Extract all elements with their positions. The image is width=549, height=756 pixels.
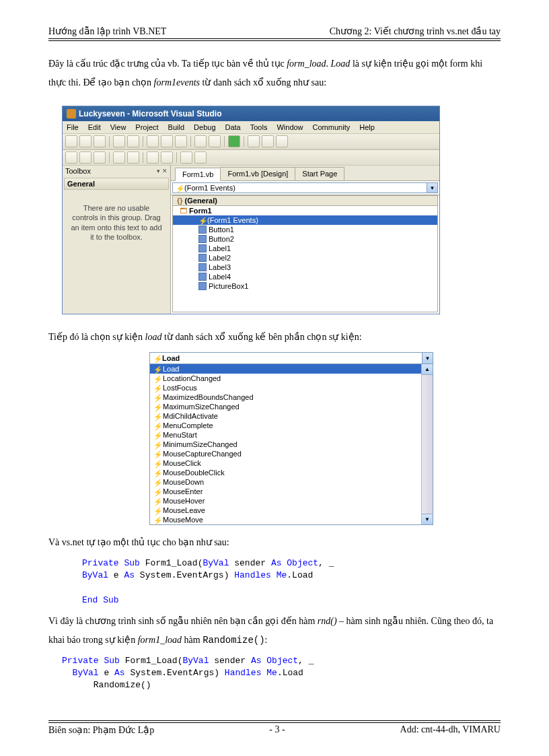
bolt-icon: ⚡ (153, 516, 160, 523)
tb-undo-icon[interactable] (194, 135, 207, 147)
event-item-load[interactable]: ⚡Load (150, 364, 421, 374)
code-block-2: Private Sub Form1_Load(ByVal sender As O… (62, 655, 501, 692)
event-combo[interactable]: ⚡ Load ▼ (150, 353, 433, 364)
tb-saveall-icon[interactable] (127, 135, 139, 147)
event-item[interactable]: ⚡MouseDoubleClick (150, 468, 421, 477)
tb-cut-icon[interactable] (147, 135, 159, 147)
toolbox-general-header[interactable]: General (64, 178, 169, 190)
page-header: Hướng dẫn lập trình VB.NET Chương 2: Viế… (48, 26, 501, 41)
event-item[interactable]: ⚡MaximumSizeChanged (150, 402, 421, 411)
tree-label3[interactable]: Label3 (173, 263, 437, 272)
menu-community[interactable]: Community (313, 123, 351, 131)
tb-add-icon[interactable] (94, 135, 106, 147)
tb-sep-icon (109, 152, 110, 163)
menu-edit[interactable]: Edit (88, 123, 101, 131)
tb-paste-icon[interactable] (175, 135, 187, 147)
menu-view[interactable]: View (110, 123, 126, 131)
tb-uncomment-icon[interactable] (161, 151, 173, 164)
scroll-down-icon[interactable]: ▼ (422, 514, 433, 524)
tb-text-icon[interactable] (94, 151, 106, 164)
event-item[interactable]: ⚡MaximizedBoundsChanged (150, 392, 421, 402)
tree-label2[interactable]: Label2 (173, 253, 437, 263)
tree-label1[interactable]: Label1 (173, 244, 437, 253)
tb-misc-icon[interactable] (276, 135, 288, 147)
event-item[interactable]: ⚡MouseCaptureChanged (150, 449, 421, 458)
tb-sep-icon (244, 136, 244, 147)
tb-bookmark-nav-icon[interactable] (194, 151, 207, 164)
event-item[interactable]: ⚡MouseEnter (150, 487, 421, 496)
control-icon (198, 263, 207, 271)
page-footer: Biên soạn: Phạm Đức Lập - 3 - Add: cnt-4… (48, 720, 501, 736)
tree-form1-events[interactable]: ⚡ (Form1 Events) (173, 215, 437, 225)
dropdown-button-icon[interactable]: ▼ (427, 183, 437, 193)
class-combo-value: (Form1 Events) (184, 184, 235, 192)
menu-window[interactable]: Window (277, 123, 303, 131)
tree-label4[interactable]: Label4 (173, 272, 437, 281)
tb-bookmark-icon[interactable] (180, 151, 192, 164)
event-item[interactable]: ⚡LocationChanged (150, 374, 421, 383)
vs-menubar: File Edit View Project Build Debug Data … (63, 121, 439, 133)
tab-form1vb[interactable]: Form1.vb (175, 168, 221, 181)
control-icon (198, 235, 207, 243)
tb-misc-icon[interactable] (262, 135, 274, 147)
tb-text-icon[interactable] (79, 151, 92, 164)
event-item[interactable]: ⚡MouseClick (150, 458, 421, 468)
form-icon: 🗔 (180, 207, 187, 215)
scrollbar[interactable]: ▲ ▼ (421, 364, 433, 524)
tab-start-page[interactable]: Start Page (295, 167, 344, 180)
scroll-up-icon[interactable]: ▲ (422, 364, 433, 375)
menu-data[interactable]: Data (225, 123, 241, 131)
tb-sep-icon (143, 136, 143, 147)
toolbox-empty-message: There are no usable controls in this gro… (63, 191, 170, 254)
bolt-icon: ⚡ (153, 366, 160, 372)
tab-form1-design[interactable]: Form1.vb [Design] (220, 167, 295, 180)
tb-text-icon[interactable] (65, 151, 77, 164)
event-item[interactable]: ⚡MouseMove (150, 515, 421, 524)
tb-save-icon[interactable] (113, 135, 125, 147)
bolt-icon: ⚡ (153, 355, 160, 362)
tb-misc-icon[interactable] (248, 135, 260, 147)
tb-new-icon[interactable] (65, 135, 77, 147)
tree-picturebox1[interactable]: PictureBox1 (173, 281, 437, 291)
event-item[interactable]: ⚡MenuComplete (150, 421, 421, 430)
toolbox-title: Toolbox (65, 167, 91, 175)
class-combo[interactable]: ⚡ (Form1 Events) ▼ (172, 182, 438, 193)
tree-button2[interactable]: Button2 (173, 234, 437, 244)
tb-comment-icon[interactable] (147, 151, 159, 164)
bolt-icon: ⚡ (153, 479, 160, 485)
event-item[interactable]: ⚡MenuStart (150, 430, 421, 440)
event-item[interactable]: ⚡MouseLeave (150, 506, 421, 515)
menu-debug[interactable]: Debug (194, 123, 215, 131)
menu-build[interactable]: Build (168, 123, 184, 131)
tb-open-icon[interactable] (79, 135, 92, 147)
pane-controls-icon[interactable]: ▾ ✕ (157, 168, 168, 174)
bolt-icon: ⚡ (153, 422, 160, 429)
para-4: Vì đây là chương trình sinh số ngẫu nhiê… (48, 612, 501, 650)
bolt-icon: ⚡ (153, 497, 160, 504)
tb-redo-icon[interactable] (209, 135, 221, 147)
event-item[interactable]: ⚡MouseHover (150, 496, 421, 506)
menu-file[interactable]: File (67, 123, 79, 131)
vs-titlebar[interactable]: Luckyseven - Microsoft Visual Studio (63, 106, 439, 121)
vs-toolbar-1 (63, 133, 439, 149)
tb-start-icon[interactable] (228, 135, 240, 147)
event-item[interactable]: ⚡MinimumSizeChanged (150, 440, 421, 449)
menu-help[interactable]: Help (359, 123, 375, 131)
tree-button1[interactable]: Button1 (173, 225, 437, 234)
tb-indent-icon[interactable] (113, 151, 125, 164)
dropdown-button-icon[interactable]: ▼ (422, 353, 433, 364)
menu-tools[interactable]: Tools (250, 123, 268, 131)
header-right: Chương 2: Viết chương trình vs.net đầu t… (330, 26, 501, 37)
tb-outdent-icon[interactable] (127, 151, 139, 164)
event-item[interactable]: ⚡MouseDown (150, 477, 421, 487)
tree-general[interactable]: {} (General) (173, 196, 437, 206)
event-item[interactable]: ⚡MdiChildActivate (150, 411, 421, 421)
control-icon (198, 254, 207, 262)
bolt-icon: ⚡ (153, 432, 160, 438)
event-item[interactable]: ⚡LostFocus (150, 383, 421, 392)
para-3: Và vs.net tự tạo một thủ tục cho bạn như… (48, 533, 501, 552)
tb-copy-icon[interactable] (161, 135, 173, 147)
bolt-icon: ⚡ (153, 403, 160, 410)
menu-project[interactable]: Project (135, 123, 158, 131)
tree-form1[interactable]: 🗔 Form1 (173, 206, 437, 215)
